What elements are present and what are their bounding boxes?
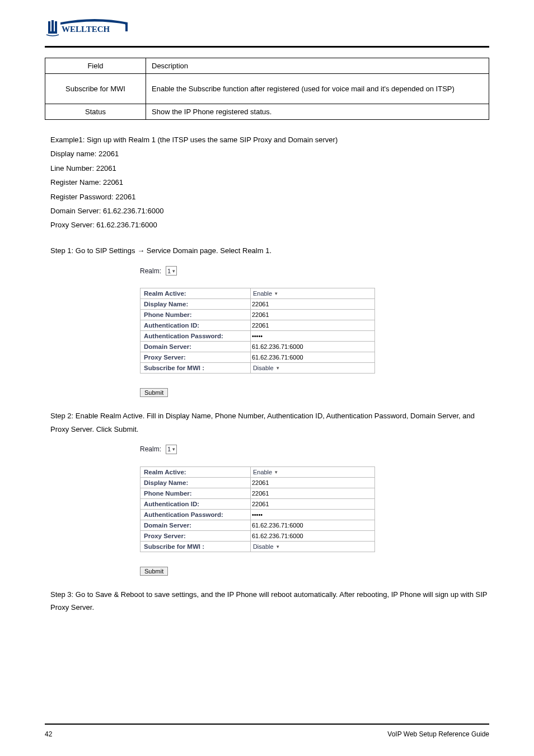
- table-row: Phone Number:22061: [140, 488, 375, 498]
- label-phone-number: Phone Number:: [140, 310, 251, 320]
- page-number: 42: [45, 730, 52, 738]
- phone-number-input[interactable]: 22061: [252, 311, 269, 318]
- domain-server-input[interactable]: 61.62.236.71:6000: [252, 343, 303, 350]
- table-row: Domain Server:61.62.236.71:6000: [140, 520, 375, 530]
- realm-label: Realm:: [140, 267, 161, 275]
- label-auth-id: Authentication ID:: [140, 320, 251, 331]
- chevron-down-icon: ▾: [277, 544, 279, 549]
- table-row: Subscribe for MWI :Disable▾: [140, 541, 375, 552]
- label-auth-password: Authentication Password:: [140, 331, 251, 342]
- realm-active-select[interactable]: Enable▾: [252, 469, 279, 475]
- auth-id-input[interactable]: 22061: [252, 322, 269, 329]
- table-cell-subscribe-desc: Enable the Subscribe function after regi…: [146, 74, 489, 104]
- realm-select[interactable]: 1 ▾: [166, 445, 177, 454]
- auth-password-input[interactable]: •••••: [252, 511, 263, 518]
- table-header-desc: Description: [146, 58, 489, 74]
- table-row: Domain Server:61.62.236.71:6000: [140, 342, 375, 352]
- label-auth-id: Authentication ID:: [140, 498, 251, 509]
- table-row: Phone Number:22061: [140, 310, 375, 320]
- bullet-domain-server: Domain Server: 61.62.236.71:6000: [50, 204, 489, 217]
- table-row: Authentication ID:22061: [140, 498, 375, 509]
- bullet-proxy-server: Proxy Server: 61.62.236.71:6000: [50, 218, 489, 231]
- table-row: Authentication Password:•••••: [140, 331, 375, 342]
- table-row: Realm Active:Enable▾: [140, 288, 375, 299]
- table-row: Proxy Server:61.62.236.71:6000: [140, 530, 375, 541]
- table-row: Proxy Server:61.62.236.71:6000: [140, 352, 375, 363]
- display-name-input[interactable]: 22061: [252, 479, 269, 486]
- label-realm-active: Realm Active:: [140, 466, 251, 477]
- subscribe-mwi-select[interactable]: Disable▾: [252, 365, 280, 371]
- label-realm-active: Realm Active:: [140, 288, 251, 299]
- label-subscribe-mwi: Subscribe for MWI :: [140, 541, 251, 552]
- label-phone-number: Phone Number:: [140, 488, 251, 498]
- submit-button[interactable]: Submit: [140, 567, 168, 576]
- realm-select[interactable]: 1 ▾: [166, 266, 177, 276]
- table-cell-subscribe-label: Subscribe for MWI: [45, 74, 146, 104]
- field-description-table: Field Description Subscribe for MWI Enab…: [45, 58, 489, 120]
- table-row: Authentication ID:22061: [140, 320, 375, 331]
- label-proxy-server: Proxy Server:: [140, 530, 251, 541]
- settings-table-2: Realm Active:Enable▾ Display Name:22061 …: [140, 466, 375, 552]
- realm-label: Realm:: [140, 445, 161, 453]
- domain-server-input[interactable]: 61.62.236.71:6000: [252, 522, 303, 529]
- realm-value: 1: [167, 446, 171, 452]
- realm-active-select[interactable]: Enable▾: [252, 290, 279, 297]
- bullet-line-number: Line Number: 22061: [50, 162, 489, 175]
- footer-divider: [45, 724, 489, 725]
- realm-form-1: Realm: 1 ▾ Realm Active:Enable▾ Display …: [140, 266, 375, 397]
- footer-title: VoIP Web Setup Reference Guide: [387, 730, 489, 738]
- label-display-name: Display Name:: [140, 477, 251, 488]
- chevron-down-icon: ▾: [172, 446, 175, 452]
- table-row: Realm Active:Enable▾: [140, 466, 375, 477]
- label-domain-server: Domain Server:: [140, 342, 251, 352]
- bullet-register-password: Register Password: 22061: [50, 190, 489, 203]
- realm-value: 1: [167, 268, 171, 274]
- subscribe-mwi-select[interactable]: Disable▾: [252, 543, 280, 550]
- chevron-down-icon: ▾: [275, 469, 278, 475]
- step-3: Step 3: Go to Save & Reboot to save sett…: [50, 588, 489, 614]
- bullet-register-name: Register Name: 22061: [50, 176, 489, 189]
- chevron-down-icon: ▾: [275, 291, 278, 296]
- label-domain-server: Domain Server:: [140, 520, 251, 530]
- step-2: Step 2: Enable Realm Active. Fill in Dis…: [50, 409, 489, 436]
- auth-id-input[interactable]: 22061: [252, 501, 269, 507]
- table-cell-status-label: Status: [45, 104, 146, 120]
- header-divider: [45, 46, 489, 48]
- settings-table-1: Realm Active:Enable▾ Display Name:22061 …: [140, 288, 375, 374]
- label-subscribe-mwi: Subscribe for MWI :: [140, 363, 251, 374]
- display-name-input[interactable]: 22061: [252, 301, 269, 307]
- realm-form-2: Realm: 1 ▾ Realm Active:Enable▾ Display …: [140, 445, 375, 576]
- step-1: Step 1: Go to SIP Settings → Service Dom…: [50, 244, 489, 257]
- table-row: Display Name:22061: [140, 299, 375, 310]
- table-row: Subscribe for MWI :Disable▾: [140, 363, 375, 374]
- submit-button[interactable]: Submit: [140, 388, 168, 397]
- auth-password-input[interactable]: •••••: [252, 333, 263, 339]
- bullet-display-name: Display name: 22061: [50, 147, 489, 160]
- table-row: Authentication Password:•••••: [140, 509, 375, 520]
- table-cell-status-desc: Show the IP Phone registered status.: [146, 104, 489, 120]
- example-title: Example1: Sign up with Realm 1 (the ITSP…: [50, 133, 489, 146]
- proxy-server-input[interactable]: 61.62.236.71:6000: [252, 354, 303, 361]
- chevron-down-icon: ▾: [172, 268, 175, 274]
- table-header-field: Field: [45, 58, 146, 74]
- label-proxy-server: Proxy Server:: [140, 352, 251, 363]
- label-auth-password: Authentication Password:: [140, 509, 251, 520]
- proxy-server-input[interactable]: 61.62.236.71:6000: [252, 533, 303, 539]
- svg-text:WELLTECH: WELLTECH: [62, 25, 110, 34]
- table-row: Display Name:22061: [140, 477, 375, 488]
- logo: WELLTECH: [45, 17, 489, 38]
- chevron-down-icon: ▾: [277, 365, 279, 371]
- label-display-name: Display Name:: [140, 299, 251, 310]
- phone-number-input[interactable]: 22061: [252, 490, 269, 497]
